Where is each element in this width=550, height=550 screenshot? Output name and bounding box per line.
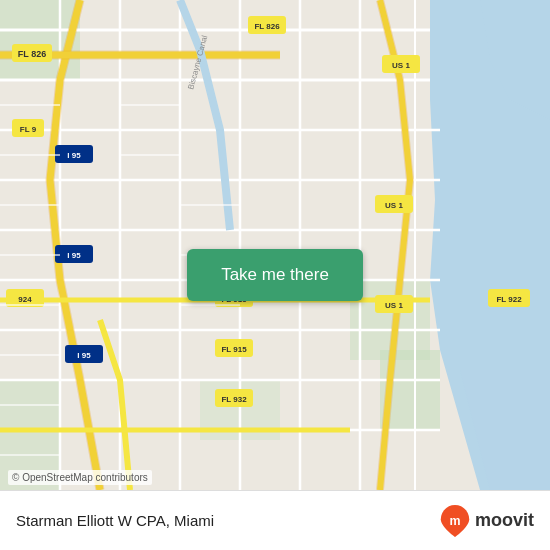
moovit-icon: m bbox=[439, 505, 471, 537]
moovit-logo: m moovit bbox=[439, 505, 534, 537]
svg-text:I 95: I 95 bbox=[77, 351, 91, 360]
location-label: Starman Elliott W CPA, Miami bbox=[16, 512, 214, 529]
svg-text:FL 932: FL 932 bbox=[221, 395, 247, 404]
svg-text:I 95: I 95 bbox=[67, 251, 81, 260]
svg-text:I 95: I 95 bbox=[67, 151, 81, 160]
svg-text:FL 922: FL 922 bbox=[496, 295, 522, 304]
take-me-there-button[interactable]: Take me there bbox=[187, 249, 363, 301]
map-container: FL 826 I 95 I 95 I 95 FL 826 FL 915 FL 9… bbox=[0, 0, 550, 550]
svg-text:FL 915: FL 915 bbox=[221, 345, 247, 354]
svg-text:US 1: US 1 bbox=[392, 61, 410, 70]
svg-text:FL 826: FL 826 bbox=[254, 22, 280, 31]
svg-text:m: m bbox=[449, 513, 460, 527]
moovit-brand-text: moovit bbox=[475, 510, 534, 531]
svg-text:FL 826: FL 826 bbox=[18, 49, 46, 59]
bottom-bar: Starman Elliott W CPA, Miami m moovit bbox=[0, 490, 550, 550]
svg-text:FL 9: FL 9 bbox=[20, 125, 37, 134]
svg-text:924: 924 bbox=[18, 295, 32, 304]
map-attribution: © OpenStreetMap contributors bbox=[8, 470, 152, 485]
svg-text:US 1: US 1 bbox=[385, 201, 403, 210]
svg-text:US 1: US 1 bbox=[385, 301, 403, 310]
